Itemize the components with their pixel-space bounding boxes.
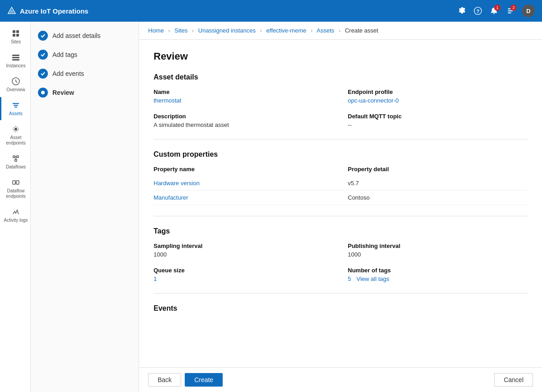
sidebar-dataflows-label: Dataflows — [6, 164, 26, 170]
sidebar-instances-label: Instances — [6, 63, 26, 69]
events-section-title: Events — [154, 304, 528, 313]
breadcrumb-effective-meme[interactable]: effective-meme — [266, 27, 307, 34]
tags-grid: Sampling interval 1000 Publishing interv… — [154, 243, 528, 282]
check-icon-3 — [40, 71, 46, 76]
sidebar: Sites Instances Overview Assets Asset en… — [0, 22, 31, 392]
breadcrumb-home[interactable]: Home — [148, 27, 164, 34]
prop-row-hardware: Hardware version v5.7 — [154, 176, 528, 191]
topnav-right: ? 1 2 D — [457, 5, 535, 17]
instances-icon — [11, 53, 20, 62]
queue-size-label: Queue size — [154, 267, 333, 274]
number-of-tags-row: 5 View all tags — [348, 275, 528, 282]
breadcrumb-assets[interactable]: Assets — [317, 27, 334, 34]
settings-icon[interactable] — [457, 6, 466, 15]
sidebar-item-instances[interactable]: Instances — [0, 49, 30, 72]
review-scroll-area[interactable]: Review Asset details Name thermostat End… — [139, 40, 542, 367]
cancel-button[interactable]: Cancel — [494, 373, 533, 387]
svg-rect-14 — [16, 181, 19, 184]
manufacturer-name: Manufacturer — [154, 194, 333, 201]
azure-logo-icon — [7, 6, 16, 15]
col-header-detail: Property detail — [348, 166, 528, 173]
sidebar-assets-label: Assets — [9, 111, 23, 117]
number-of-tags-field: Number of tags 5 View all tags — [348, 267, 528, 282]
dataflow-endpoints-icon — [11, 178, 20, 187]
content-area: Home › Sites › Unassigned instances › ef… — [139, 22, 542, 392]
sidebar-item-assets[interactable]: Assets — [0, 97, 30, 120]
wizard-step-add-asset-details[interactable]: Add asset details — [38, 31, 131, 41]
app-title: Azure IoT Operations — [20, 7, 89, 15]
step1-circle — [38, 31, 48, 41]
endpoint-profile-label: Endpoint profile — [348, 89, 528, 95]
breadcrumb-current: Create asset — [345, 27, 378, 34]
step3-label: Add events — [52, 70, 84, 77]
svg-rect-4 — [13, 30, 15, 33]
svg-rect-10 — [12, 59, 19, 61]
publishing-interval-field: Publishing interval 1000 — [348, 243, 528, 258]
name-label: Name — [154, 89, 333, 95]
wizard-step-add-tags[interactable]: Add tags — [38, 50, 131, 60]
queue-size-field: Queue size 1 — [154, 267, 333, 282]
name-field: Name thermostat — [154, 89, 333, 104]
asset-details-section-title: Asset details — [154, 73, 528, 81]
sidebar-item-overview[interactable]: Overview — [0, 73, 30, 96]
notification1-icon[interactable]: 1 — [490, 6, 499, 15]
page-title: Review — [154, 51, 528, 62]
main-layout: Sites Instances Overview Assets Asset en… — [0, 22, 542, 392]
breadcrumb-unassigned-instances[interactable]: Unassigned instances — [198, 27, 256, 34]
divider-1 — [154, 139, 528, 140]
wizard-step-add-events[interactable]: Add events — [38, 69, 131, 79]
sidebar-item-dataflows[interactable]: Dataflows — [0, 150, 30, 173]
activity-logs-icon — [11, 207, 20, 216]
sidebar-asset-endpoints-label: Asset endpoints — [3, 135, 28, 146]
asset-details-grid: Name thermostat Endpoint profile opc-ua-… — [154, 89, 528, 128]
description-label: Description — [154, 113, 333, 120]
hardware-version-value: v5.7 — [348, 180, 528, 187]
asset-endpoints-icon — [11, 125, 20, 134]
svg-text:?: ? — [477, 9, 480, 14]
check-icon-2 — [40, 52, 46, 57]
sampling-interval-field: Sampling interval 1000 — [154, 243, 333, 258]
sidebar-item-dataflow-endpoints[interactable]: Dataflow endpoints — [0, 174, 30, 203]
notification2-badge: 2 — [510, 5, 517, 11]
sidebar-activity-logs-label: Activity logs — [4, 218, 28, 223]
sites-icon — [11, 29, 20, 38]
breadcrumb-sites[interactable]: Sites — [174, 27, 187, 34]
check-icon — [40, 33, 46, 38]
prop-row-manufacturer: Manufacturer Contoso — [154, 191, 528, 205]
view-all-tags-link[interactable]: View all tags — [356, 275, 389, 282]
notification2-icon[interactable]: 2 — [506, 6, 515, 15]
queue-size-value: 1 — [154, 275, 333, 282]
wizard-step-review[interactable]: Review — [38, 88, 131, 98]
help-icon[interactable]: ? — [473, 6, 482, 15]
create-button[interactable]: Create — [185, 373, 223, 387]
step2-circle — [38, 50, 48, 60]
col-header-name: Property name — [154, 166, 333, 173]
svg-point-15 — [41, 91, 45, 94]
number-of-tags-label: Number of tags — [348, 267, 528, 274]
sampling-interval-value: 1000 — [154, 251, 333, 258]
sidebar-item-asset-endpoints[interactable]: Asset endpoints — [0, 121, 30, 149]
check-icon-4 — [40, 90, 46, 95]
endpoint-profile-field: Endpoint profile opc-ua-connector-0 — [348, 89, 528, 104]
notification1-badge: 1 — [494, 5, 500, 11]
events-content-placeholder — [154, 320, 528, 347]
sidebar-sites-label: Sites — [11, 39, 21, 45]
custom-props-header: Property name Property detail — [154, 166, 528, 173]
assets-icon — [11, 101, 20, 110]
sidebar-dataflow-endpoints-label: Dataflow endpoints — [3, 188, 28, 199]
dataflows-icon — [11, 154, 20, 163]
sidebar-overview-label: Overview — [6, 87, 25, 93]
sidebar-item-activity-logs[interactable]: Activity logs — [0, 204, 30, 227]
step4-label: Review — [52, 89, 74, 96]
manufacturer-value: Contoso — [348, 194, 528, 201]
default-mqtt-topic-field: Default MQTT topic -- — [348, 113, 528, 128]
description-value: A simulated thermostat asset — [154, 121, 333, 128]
custom-props-section-title: Custom properties — [154, 150, 528, 159]
avatar[interactable]: D — [522, 5, 535, 17]
step3-circle — [38, 69, 48, 79]
sidebar-item-sites[interactable]: Sites — [0, 25, 30, 48]
wizard-panel: Add asset details Add tags Add events Re… — [31, 22, 139, 392]
publishing-interval-label: Publishing interval — [348, 243, 528, 249]
back-button[interactable]: Back — [148, 373, 181, 387]
tags-section-title: Tags — [154, 227, 528, 235]
